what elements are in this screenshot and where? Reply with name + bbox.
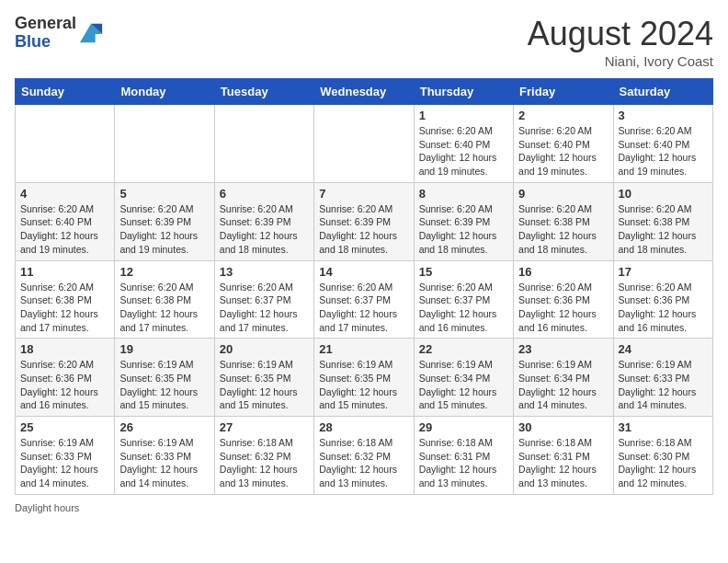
- calendar-cell: 1Sunrise: 6:20 AMSunset: 6:40 PMDaylight…: [414, 105, 513, 183]
- day-number: 6: [220, 187, 309, 201]
- calendar-week-3: 11Sunrise: 6:20 AMSunset: 6:38 PMDayligh…: [16, 260, 713, 339]
- calendar-cell: 20Sunrise: 6:19 AMSunset: 6:35 PMDayligh…: [214, 339, 313, 417]
- logo-blue: Blue: [15, 32, 51, 51]
- day-info: Sunrise: 6:19 AMSunset: 6:35 PMDaylight:…: [220, 358, 309, 412]
- calendar-cell: 4Sunrise: 6:20 AMSunset: 6:40 PMDaylight…: [16, 182, 115, 260]
- calendar-cell: 29Sunrise: 6:18 AMSunset: 6:31 PMDayligh…: [414, 417, 513, 495]
- day-info: Sunrise: 6:18 AMSunset: 6:32 PMDaylight:…: [319, 436, 408, 490]
- day-number: 30: [518, 420, 608, 434]
- day-info: Sunrise: 6:20 AMSunset: 6:36 PMDaylight:…: [518, 281, 608, 335]
- day-number: 7: [319, 187, 408, 201]
- day-info: Sunrise: 6:20 AMSunset: 6:36 PMDaylight:…: [20, 358, 109, 412]
- calendar-cell: 5Sunrise: 6:20 AMSunset: 6:39 PMDaylight…: [115, 182, 214, 260]
- day-header-thursday: Thursday: [414, 79, 513, 105]
- calendar-cell: 8Sunrise: 6:20 AMSunset: 6:39 PMDaylight…: [414, 182, 513, 260]
- calendar-cell: 31Sunrise: 6:18 AMSunset: 6:30 PMDayligh…: [613, 417, 712, 495]
- calendar-cell: 22Sunrise: 6:19 AMSunset: 6:34 PMDayligh…: [414, 339, 513, 417]
- day-info: Sunrise: 6:19 AMSunset: 6:35 PMDaylight:…: [319, 358, 408, 412]
- day-info: Sunrise: 6:18 AMSunset: 6:30 PMDaylight:…: [619, 436, 708, 490]
- day-number: 2: [518, 109, 608, 122]
- logo: General Blue: [15, 15, 104, 52]
- day-info: Sunrise: 6:20 AMSunset: 6:39 PMDaylight:…: [119, 202, 209, 257]
- calendar-cell: [115, 105, 214, 183]
- day-info: Sunrise: 6:20 AMSunset: 6:39 PMDaylight:…: [220, 202, 309, 257]
- day-number: 14: [319, 265, 408, 279]
- calendar-table: SundayMondayTuesdayWednesdayThursdayFrid…: [15, 78, 713, 495]
- calendar-cell: [16, 105, 115, 183]
- calendar-cell: 7Sunrise: 6:20 AMSunset: 6:39 PMDaylight…: [314, 182, 414, 260]
- day-info: Sunrise: 6:20 AMSunset: 6:37 PMDaylight:…: [220, 281, 309, 335]
- day-info: Sunrise: 6:19 AMSunset: 6:33 PMDaylight:…: [119, 436, 209, 490]
- day-info: Sunrise: 6:20 AMSunset: 6:40 PMDaylight:…: [419, 124, 508, 178]
- day-info: Sunrise: 6:18 AMSunset: 6:31 PMDaylight:…: [419, 436, 508, 490]
- day-number: 26: [119, 420, 209, 434]
- day-info: Sunrise: 6:18 AMSunset: 6:31 PMDaylight:…: [518, 436, 608, 490]
- day-number: 21: [319, 342, 408, 356]
- calendar-cell: 30Sunrise: 6:18 AMSunset: 6:31 PMDayligh…: [514, 417, 613, 495]
- calendar-cell: 13Sunrise: 6:20 AMSunset: 6:37 PMDayligh…: [214, 260, 313, 339]
- calendar-cell: [214, 105, 313, 183]
- day-number: 3: [619, 109, 708, 122]
- day-number: 4: [20, 187, 109, 201]
- calendar-cell: 3Sunrise: 6:20 AMSunset: 6:40 PMDaylight…: [613, 105, 712, 183]
- day-number: 20: [220, 342, 309, 356]
- day-info: Sunrise: 6:20 AMSunset: 6:38 PMDaylight:…: [518, 202, 608, 257]
- title-block: August 2024 Niani, Ivory Coast: [528, 15, 713, 69]
- calendar-cell: 27Sunrise: 6:18 AMSunset: 6:32 PMDayligh…: [214, 417, 313, 495]
- logo-text: General Blue: [15, 15, 76, 52]
- calendar-cell: [314, 105, 414, 183]
- day-info: Sunrise: 6:20 AMSunset: 6:39 PMDaylight:…: [319, 202, 408, 257]
- calendar-cell: 17Sunrise: 6:20 AMSunset: 6:36 PMDayligh…: [613, 260, 712, 339]
- day-number: 31: [619, 420, 708, 434]
- day-number: 12: [119, 265, 209, 279]
- calendar-cell: 21Sunrise: 6:19 AMSunset: 6:35 PMDayligh…: [314, 339, 414, 417]
- day-number: 29: [419, 420, 508, 434]
- day-number: 16: [518, 265, 608, 279]
- page-header: General Blue August 2024 Niani, Ivory Co…: [15, 15, 713, 69]
- day-number: 10: [619, 187, 708, 201]
- day-number: 15: [419, 265, 508, 279]
- day-info: Sunrise: 6:20 AMSunset: 6:39 PMDaylight:…: [419, 202, 508, 257]
- day-header-saturday: Saturday: [613, 79, 712, 105]
- calendar-cell: 2Sunrise: 6:20 AMSunset: 6:40 PMDaylight…: [514, 105, 613, 183]
- day-info: Sunrise: 6:20 AMSunset: 6:37 PMDaylight:…: [319, 281, 408, 335]
- day-info: Sunrise: 6:20 AMSunset: 6:40 PMDaylight:…: [518, 124, 608, 178]
- location: Niani, Ivory Coast: [528, 53, 713, 69]
- day-info: Sunrise: 6:20 AMSunset: 6:40 PMDaylight:…: [20, 202, 109, 257]
- calendar-cell: 9Sunrise: 6:20 AMSunset: 6:38 PMDaylight…: [514, 182, 613, 260]
- calendar-cell: 19Sunrise: 6:19 AMSunset: 6:35 PMDayligh…: [115, 339, 214, 417]
- day-number: 24: [619, 342, 708, 356]
- day-number: 18: [20, 342, 109, 356]
- day-number: 17: [619, 265, 708, 279]
- day-header-sunday: Sunday: [16, 79, 115, 105]
- footer: Daylight hours: [15, 502, 713, 513]
- month-year: August 2024: [528, 15, 713, 53]
- day-header-tuesday: Tuesday: [214, 79, 313, 105]
- day-info: Sunrise: 6:19 AMSunset: 6:33 PMDaylight:…: [619, 358, 708, 412]
- calendar-cell: 26Sunrise: 6:19 AMSunset: 6:33 PMDayligh…: [115, 417, 214, 495]
- calendar-cell: 12Sunrise: 6:20 AMSunset: 6:38 PMDayligh…: [115, 260, 214, 339]
- calendar-week-1: 1Sunrise: 6:20 AMSunset: 6:40 PMDaylight…: [16, 105, 713, 183]
- day-info: Sunrise: 6:19 AMSunset: 6:34 PMDaylight:…: [518, 358, 608, 412]
- day-info: Sunrise: 6:20 AMSunset: 6:36 PMDaylight:…: [619, 281, 708, 335]
- day-number: 13: [220, 265, 309, 279]
- calendar-cell: 18Sunrise: 6:20 AMSunset: 6:36 PMDayligh…: [16, 339, 115, 417]
- day-number: 25: [20, 420, 109, 434]
- day-number: 22: [419, 342, 508, 356]
- day-number: 28: [319, 420, 408, 434]
- day-info: Sunrise: 6:19 AMSunset: 6:35 PMDaylight:…: [119, 358, 209, 412]
- day-info: Sunrise: 6:19 AMSunset: 6:34 PMDaylight:…: [419, 358, 508, 412]
- day-info: Sunrise: 6:20 AMSunset: 6:40 PMDaylight:…: [619, 124, 708, 178]
- calendar-cell: 11Sunrise: 6:20 AMSunset: 6:38 PMDayligh…: [16, 260, 115, 339]
- day-number: 8: [419, 187, 508, 201]
- calendar-cell: 24Sunrise: 6:19 AMSunset: 6:33 PMDayligh…: [613, 339, 712, 417]
- calendar-cell: 25Sunrise: 6:19 AMSunset: 6:33 PMDayligh…: [16, 417, 115, 495]
- day-info: Sunrise: 6:20 AMSunset: 6:37 PMDaylight:…: [419, 281, 508, 335]
- day-number: 23: [518, 342, 608, 356]
- logo-general: General: [15, 14, 76, 32]
- calendar-cell: 15Sunrise: 6:20 AMSunset: 6:37 PMDayligh…: [414, 260, 513, 339]
- day-number: 27: [220, 420, 309, 434]
- day-info: Sunrise: 6:20 AMSunset: 6:38 PMDaylight:…: [20, 281, 109, 335]
- day-info: Sunrise: 6:18 AMSunset: 6:32 PMDaylight:…: [220, 436, 309, 490]
- day-header-friday: Friday: [514, 79, 613, 105]
